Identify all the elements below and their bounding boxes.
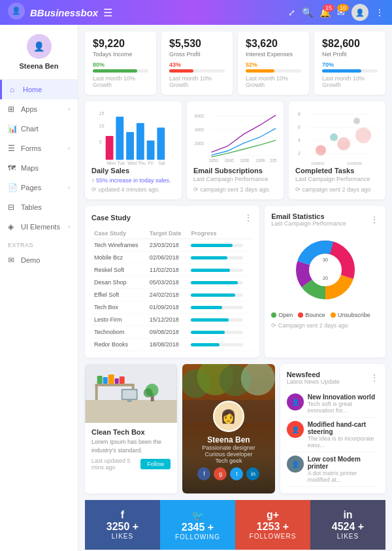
gp-icon: g+	[242, 509, 304, 521]
svg-text:6: 6	[298, 125, 301, 129]
social-twitter[interactable]: 🐦 2345 + FOLLOWING	[160, 500, 235, 550]
fb-label: LIKES	[91, 533, 154, 540]
sidebar-item-forms[interactable]: ☰ Forms ›	[0, 139, 78, 158]
svg-text:Wed: Wed	[127, 161, 137, 165]
profit-pct: 43%	[169, 61, 225, 68]
svg-point-35	[337, 137, 350, 150]
case-study-menu[interactable]: ⋮	[244, 212, 253, 223]
svg-rect-63	[123, 390, 137, 399]
pages-arrow-icon: ›	[68, 184, 70, 191]
sidebar-item-apps[interactable]: ⊞ Apps ›	[0, 99, 78, 119]
email-subs-chart: 6000 4000 2000 1850 19	[193, 108, 277, 167]
svg-point-36	[353, 118, 360, 124]
chart-icon: 📊	[8, 124, 17, 133]
daily-sales-chart: 15 10 5 Mon Tue Wed Thu	[91, 108, 175, 167]
profile-card: 👩 Steena Ben Passionate designer Curious…	[182, 364, 274, 493]
income-bar-wrap	[93, 69, 148, 73]
social-facebook[interactable]: f 3250 + LIKES	[85, 500, 160, 550]
newsfeed-items: 👤 New Innovation world Tech soft is grea…	[287, 390, 379, 487]
sidebar-item-home[interactable]: ⌂ Home	[0, 80, 78, 99]
profile-inner: 👩 Steena Ben Passionate designer Curious…	[182, 401, 274, 486]
svg-point-33	[316, 145, 326, 156]
progress-bar-wrap	[191, 281, 243, 284]
progress-bar-wrap	[191, 343, 243, 346]
profile-google-btn[interactable]: g	[214, 467, 227, 480]
svg-rect-50	[86, 400, 177, 423]
notification-bell[interactable]: 🔔15	[319, 7, 331, 18]
sidebar-label-pages: Pages	[21, 184, 41, 192]
clean-tech-body: Clean Tech Box Lorem Ipsum has been the …	[85, 423, 177, 476]
social-linkedin[interactable]: in 4524 + LIKES	[310, 500, 385, 550]
main-content: $9,220 Todays Income 80% Last month 10% …	[78, 25, 392, 551]
progress-bar-wrap	[191, 331, 243, 334]
svg-text:8: 8	[298, 112, 301, 116]
sidebar-item-tables[interactable]: ⊟ Tables	[0, 197, 78, 217]
clean-tech-footer: Last updated 5 mins ago Follow	[91, 458, 171, 471]
newsfeed-title: Newsfeed	[287, 371, 340, 378]
profile-linkedin-btn[interactable]: in	[246, 467, 259, 480]
hamburger-icon[interactable]: ☰	[103, 7, 112, 19]
case-study-table: Case Study Target Date Progress Tech Wir…	[91, 228, 253, 351]
svg-text:100000: 100000	[311, 161, 325, 165]
apps-arrow-icon: ›	[68, 106, 70, 112]
progress-bar-wrap	[191, 256, 243, 259]
news-item: 👤 Modified hand-cart steering The idea i…	[287, 418, 379, 452]
profile-social-icons: f g t in	[197, 467, 259, 480]
topnav-avatar: 👤	[8, 3, 25, 20]
search-icon[interactable]: 🔍	[302, 7, 313, 18]
case-progress	[188, 326, 253, 339]
email-icon[interactable]: ✉10	[337, 7, 345, 18]
sidebar-item-pages[interactable]: 📄 Pages ›	[0, 178, 78, 197]
progress-bar	[191, 281, 238, 284]
progress-bar-wrap	[191, 269, 243, 272]
expenses-value: $3,620	[246, 38, 301, 50]
chart-row: 15 10 5 Mon Tue Wed Thu	[85, 101, 385, 199]
progress-bar	[191, 306, 222, 309]
svg-text:20: 20	[323, 276, 328, 280]
case-name: Technobom	[91, 326, 147, 339]
user-avatar[interactable]: 👤	[351, 4, 368, 21]
more-icon[interactable]: ⋮	[375, 7, 384, 18]
expenses-label: Interest Expenses	[246, 51, 301, 58]
svg-rect-6	[137, 123, 144, 159]
income-sub: Last month 10% Growth	[93, 75, 148, 88]
sidebar-avatar: 👤	[27, 34, 52, 59]
profile-twitter-btn[interactable]: t	[230, 467, 243, 480]
completed-tasks-meta: ⟳ campaign sent 2 days ago	[295, 186, 379, 193]
svg-text:Thu: Thu	[138, 161, 146, 165]
sidebar-item-ui[interactable]: ◈ UI Elements ›	[0, 217, 78, 237]
svg-text:2050: 2050	[270, 158, 277, 163]
pie-chart: 30 20	[293, 237, 358, 303]
expenses-sub: Last month 10% Growth	[246, 75, 301, 88]
follow-button[interactable]: Follow	[140, 459, 171, 469]
svg-rect-51	[95, 384, 135, 386]
clean-tech-text: Lorem Ipsum has been the industry's stan…	[91, 438, 171, 454]
svg-rect-57	[115, 378, 119, 384]
case-date: 05/03/2018	[147, 276, 189, 289]
table-row: Tech Box 01/09/2018	[91, 301, 253, 314]
progress-bar	[191, 331, 225, 334]
daily-sales-updated: ⟳ updated 4 minutes ago.	[91, 186, 175, 193]
profit-sub: Last month 10% Growth	[169, 75, 225, 88]
case-progress	[188, 314, 253, 326]
newsfeed-menu[interactable]: ⋮	[370, 373, 379, 383]
email-stats-menu[interactable]: ⋮	[370, 214, 379, 225]
profile-facebook-btn[interactable]: f	[197, 467, 210, 480]
email-stats-header: Email Statistics Last Campaign Performan…	[271, 212, 379, 227]
expand-icon[interactable]: ⤢	[288, 8, 295, 18]
svg-text:1999: 1999	[255, 158, 265, 163]
sidebar-item-demo[interactable]: ✉ Demo	[0, 250, 78, 270]
completed-tasks-title: Completed Tasks	[295, 167, 379, 175]
net-bar	[322, 69, 361, 73]
col-casestudy: Case Study	[91, 228, 147, 239]
top-navigation: 👤 BBusinessbox ☰ ⤢ 🔍 🔔15 ✉10 👤 ⋮	[0, 0, 392, 25]
news-sub: A dot matrix printer modified at...	[308, 470, 379, 483]
case-name: Lesto Firm	[91, 314, 147, 326]
middle-row: Case Study ⋮ Case Study Target Date Prog…	[85, 206, 385, 358]
svg-text:5: 5	[99, 140, 102, 144]
sidebar-item-maps[interactable]: 🗺 Maps	[0, 158, 78, 178]
social-google[interactable]: g+ 1253 + FOLLOWERS	[235, 500, 310, 550]
progress-bar	[191, 293, 235, 297]
legend-open-label: Open	[278, 312, 293, 318]
sidebar-item-chart[interactable]: 📊 Chart	[0, 119, 78, 139]
